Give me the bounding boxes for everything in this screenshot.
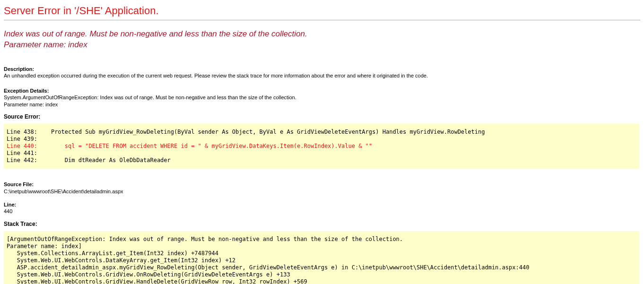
source-line-label: Line:	[4, 202, 16, 207]
source-error-line: Line 440: sql = "DELETE FROM accident WH…	[7, 143, 372, 149]
description-text: An unhandled exception occurred during t…	[4, 73, 428, 78]
exception-section: Exception Details: System.ArgumentOutOfR…	[4, 81, 640, 108]
page-title: Server Error in '/SHE' Application.	[4, 5, 640, 17]
error-subtitle: Index was out of range. Must be non-nega…	[4, 29, 640, 51]
source-file-label: Source File:	[4, 181, 34, 187]
source-error-heading: Source Error:	[4, 113, 640, 120]
source-file-section: Source File: C:\inetpub\wwwroot\SHE\Acci…	[4, 174, 640, 215]
header-divider	[4, 20, 640, 20]
source-error-pre: Line 438: Protected Sub myGridView_RowDe…	[7, 129, 485, 142]
exception-text: System.ArgumentOutOfRangeException: Inde…	[4, 95, 296, 107]
source-error-post: Line 441: Line 442: Dim dtReader As OleD…	[7, 150, 171, 164]
source-line-number: 440	[4, 208, 12, 214]
source-error-code: Line 438: Protected Sub myGridView_RowDe…	[4, 124, 639, 169]
description-section: Description: An unhandled exception occu…	[4, 59, 640, 79]
stack-trace-heading: Stack Trace:	[4, 221, 640, 227]
description-label: Description:	[4, 66, 34, 72]
source-file-path: C:\inetpub\wwwroot\SHE\Accident\detailad…	[4, 189, 123, 194]
stack-trace-text: [ArgumentOutOfRangeException: Index was …	[4, 231, 639, 284]
exception-label: Exception Details:	[4, 88, 49, 94]
